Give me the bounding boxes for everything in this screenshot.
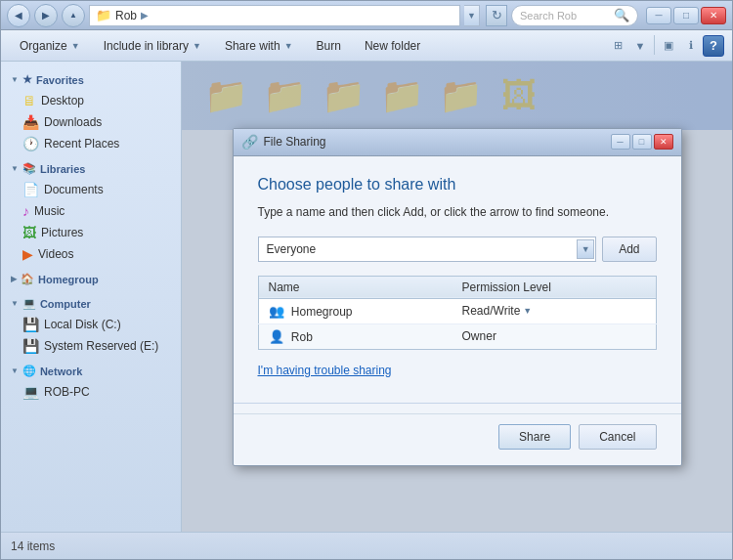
desktop-folder-icon: 🖥 (22, 93, 36, 108)
content-area: 📁 📁 📁 📁 📁 🖼 🔗 File Sharing (182, 62, 732, 532)
table-row: 👥 Homegroup Read/Write ▼ (258, 298, 656, 323)
libraries-section: ▼ 📚 Libraries 📄 Documents ♪ Music 🖼 Pict… (1, 158, 181, 265)
share-person-input[interactable] (258, 237, 597, 262)
up-button[interactable]: ▲ (62, 4, 85, 27)
organize-chevron: ▼ (71, 41, 80, 51)
search-placeholder: Search Rob (520, 10, 577, 22)
pictures-icon: 🖼 (22, 225, 36, 240)
share-input-row: ▼ Add (258, 237, 657, 262)
table-header-row: Name Permission Level (258, 276, 656, 298)
rob-permission-value: Owner (462, 329, 496, 343)
status-text: 14 items (11, 539, 55, 553)
share-with-button[interactable]: Share with ▼ (214, 33, 304, 59)
share-input-wrap: ▼ (258, 237, 597, 262)
user-row-icon: 👤 (269, 329, 284, 344)
computer-section: ▼ 💻 Computer 💾 Local Disk (C:) 💾 System … (1, 293, 181, 357)
network-header[interactable]: ▼ 🌐 Network (1, 361, 181, 381)
sidebar-item-recent-places[interactable]: 🕐 Recent Places (1, 133, 181, 154)
homegroup-icon: 🏠 (21, 273, 34, 285)
sidebar-item-local-disk[interactable]: 💾 Local Disk (C:) (1, 314, 181, 335)
folder-icon: 📁 (96, 8, 111, 22)
favorites-header[interactable]: ▼ ★ Favorites (1, 69, 181, 90)
share-input-dropdown-button[interactable]: ▼ (577, 239, 594, 259)
address-text: Rob (115, 9, 137, 22)
sidebar-item-music[interactable]: ♪ Music (1, 200, 181, 222)
favorites-triangle: ▼ (11, 75, 19, 84)
dialog-maximize-button[interactable]: □ (632, 134, 652, 150)
permission-dropdown-arrow: ▼ (523, 306, 532, 316)
sidebar-item-desktop[interactable]: 🖥 Desktop (1, 90, 181, 111)
homegroup-permission-value: Read/Write (462, 304, 521, 318)
dialog-icon: 🔗 (241, 134, 258, 150)
libraries-icon: 📚 (22, 162, 36, 175)
homegroup-name: Homegroup (291, 305, 353, 319)
dialog-minimize-button[interactable]: ─ (611, 134, 630, 150)
homegroup-section: ▶ 🏠 Homegroup (1, 269, 181, 289)
computer-header[interactable]: ▼ 💻 Computer (1, 293, 181, 314)
back-button[interactable]: ◀ (7, 4, 30, 27)
dialog-title: File Sharing (264, 135, 611, 149)
table-row: 👤 Rob Owner (258, 323, 656, 349)
homegroup-name-cell: 👥 Homegroup (258, 298, 453, 323)
view-change-button[interactable]: ⊞ (607, 35, 628, 57)
file-sharing-dialog: 🔗 File Sharing ─ □ ✕ Choose people to sh… (233, 128, 682, 466)
videos-icon: ▶ (22, 246, 33, 262)
documents-icon: 📄 (22, 182, 39, 197)
dialog-heading: Choose people to share with (258, 176, 657, 194)
sidebar-item-videos[interactable]: ▶ Videos (1, 243, 181, 265)
downloads-folder-icon: 📥 (22, 114, 39, 130)
dialog-subtext: Type a name and then click Add, or click… (258, 205, 657, 219)
minimize-button[interactable]: ─ (646, 7, 671, 24)
share-button[interactable]: Share (498, 424, 571, 450)
maximize-button[interactable]: □ (673, 7, 699, 24)
dialog-title-bar: 🔗 File Sharing ─ □ ✕ (234, 129, 681, 156)
cancel-button[interactable]: Cancel (579, 424, 656, 450)
preview-pane-button[interactable]: ▣ (658, 35, 679, 57)
homegroup-triangle: ▶ (11, 275, 17, 283)
status-bar: 14 items (1, 532, 732, 559)
trouble-sharing-link[interactable]: I'm having trouble sharing (258, 364, 392, 377)
network-icon: 🌐 (22, 365, 36, 377)
sidebar: ▼ ★ Favorites 🖥 Desktop 📥 Downloads 🕐 Re… (1, 62, 182, 532)
include-chevron: ▼ (193, 41, 201, 51)
address-dropdown-button[interactable]: ▼ (464, 5, 480, 26)
rob-pc-icon: 💻 (22, 384, 39, 400)
main-area: ▼ ★ Favorites 🖥 Desktop 📥 Downloads 🕐 Re… (1, 62, 732, 532)
window-controls: ─ □ ✕ (646, 7, 726, 24)
col-name-header: Name (258, 276, 453, 298)
rob-name-cell: 👤 Rob (258, 323, 453, 349)
view-dropdown-button[interactable]: ▼ (629, 35, 651, 57)
forward-button[interactable]: ▶ (34, 4, 58, 27)
system-reserved-icon: 💾 (22, 338, 39, 354)
address-arrow: ▶ (141, 10, 149, 21)
sidebar-item-pictures[interactable]: 🖼 Pictures (1, 222, 181, 243)
close-button[interactable]: ✕ (701, 7, 726, 24)
dialog-close-button[interactable]: ✕ (654, 134, 673, 150)
libraries-header[interactable]: ▼ 📚 Libraries (1, 158, 181, 179)
dialog-footer: Share Cancel (234, 413, 681, 465)
sidebar-item-documents[interactable]: 📄 Documents (1, 179, 181, 200)
new-folder-button[interactable]: New folder (354, 33, 431, 59)
details-pane-button[interactable]: ℹ (680, 35, 702, 57)
network-triangle: ▼ (11, 366, 19, 375)
view-icons: ⊞ ▼ ▣ ℹ ? (607, 35, 724, 57)
add-person-button[interactable]: Add (602, 237, 656, 262)
address-bar[interactable]: 📁 Rob ▶ (89, 5, 460, 26)
dialog-divider (234, 403, 681, 404)
include-in-library-button[interactable]: Include in library ▼ (93, 33, 212, 59)
title-bar: ◀ ▶ ▲ 📁 Rob ▶ ▼ ↻ Search Rob 🔍 ─ □ ✕ (1, 1, 732, 30)
organize-button[interactable]: Organize ▼ (9, 33, 91, 59)
refresh-button[interactable]: ↻ (486, 5, 507, 26)
homegroup-header[interactable]: ▶ 🏠 Homegroup (1, 269, 181, 289)
sidebar-item-rob-pc[interactable]: 💻 ROB-PC (1, 381, 181, 403)
homegroup-permission-dropdown[interactable]: Read/Write ▼ (462, 304, 533, 318)
search-bar[interactable]: Search Rob 🔍 (511, 5, 638, 26)
dialog-body: Choose people to share with Type a name … (234, 156, 681, 403)
burn-button[interactable]: Burn (306, 33, 352, 59)
help-button[interactable]: ? (703, 35, 724, 57)
recent-places-icon: 🕐 (22, 136, 39, 151)
sidebar-item-system-reserved[interactable]: 💾 System Reserved (E:) (1, 335, 181, 357)
music-icon: ♪ (22, 203, 29, 219)
dialog-overlay: 🔗 File Sharing ─ □ ✕ Choose people to sh… (182, 62, 732, 532)
sidebar-item-downloads[interactable]: 📥 Downloads (1, 111, 181, 133)
